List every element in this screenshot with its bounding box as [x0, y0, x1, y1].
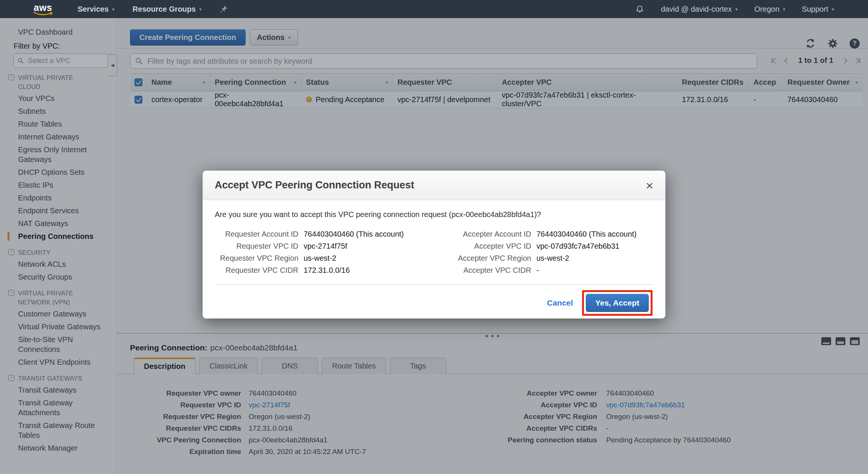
accepter-vpc-region-value: us-west-2	[536, 252, 653, 264]
close-icon[interactable]: ×	[646, 179, 653, 192]
accepter-vpc-id-link[interactable]: vpc-07d93fc7a47eb6b31	[536, 240, 653, 252]
cancel-button[interactable]: Cancel	[547, 298, 573, 307]
pin-shortcut-button[interactable]	[220, 5, 228, 13]
region-label: Oregon	[754, 5, 779, 14]
nav-support-menu[interactable]: Support ▾	[802, 5, 834, 14]
chevron-down-icon: ▾	[735, 6, 738, 12]
chevron-down-icon: ▾	[783, 6, 785, 12]
nav-services[interactable]: Services ▾	[78, 5, 115, 14]
chevron-down-icon: ▾	[831, 6, 834, 12]
nav-services-label: Services	[78, 5, 108, 14]
modal-header: Accept VPC Peering Connection Request ×	[203, 171, 665, 200]
requester-vpc-region-value: us-west-2	[304, 252, 413, 264]
account-label: david @ david-cortex	[661, 5, 732, 14]
nav-resource-groups[interactable]: Resource Groups ▾	[133, 5, 202, 14]
chevron-down-icon: ▾	[112, 6, 115, 12]
modal-footer: Cancel Yes, Accept	[203, 285, 665, 316]
bell-icon	[635, 5, 644, 14]
modal-title: Accept VPC Peering Connection Request	[215, 179, 414, 191]
confirmation-question: Are you sure you want to accept this VPC…	[215, 210, 653, 219]
notifications-button[interactable]	[635, 5, 644, 14]
aws-logo[interactable]: aws	[33, 3, 53, 16]
annotation-highlight-box: Yes, Accept	[582, 290, 653, 316]
requester-vpc-id-link[interactable]: vpc-2714f75f	[304, 240, 413, 252]
accepter-account-id-value: 764403040460 (This account)	[536, 228, 653, 240]
nav-menu: Services ▾ Resource Groups ▾	[78, 5, 228, 14]
top-nav: aws Services ▾ Resource Groups ▾	[0, 0, 868, 18]
accept-peering-connection-modal: Accept VPC Peering Connection Request × …	[202, 170, 666, 319]
aws-console-screen: aws Services ▾ Resource Groups ▾	[0, 0, 868, 474]
modal-body: Are you sure you want to accept this VPC…	[203, 210, 665, 285]
accepter-vpc-cidr-value: -	[536, 264, 653, 276]
pin-icon	[220, 5, 228, 13]
nav-resource-groups-label: Resource Groups	[133, 5, 196, 14]
nav-right: david @ david-cortex ▾ Oregon ▾ Support …	[635, 5, 834, 14]
nav-account-menu[interactable]: david @ david-cortex ▾	[661, 5, 738, 14]
yes-accept-button[interactable]: Yes, Accept	[586, 294, 649, 312]
requester-account-id-value: 764403040460 (This account)	[304, 228, 413, 240]
nav-region-menu[interactable]: Oregon ▾	[754, 5, 785, 14]
chevron-down-icon: ▾	[199, 6, 202, 12]
support-label: Support	[802, 5, 828, 14]
modal-details-grid: Requester Account ID 764403040460 (This …	[215, 228, 653, 276]
aws-smile-icon	[33, 11, 53, 16]
requester-vpc-cidr-value: 172.31.0.0/16	[304, 264, 413, 276]
